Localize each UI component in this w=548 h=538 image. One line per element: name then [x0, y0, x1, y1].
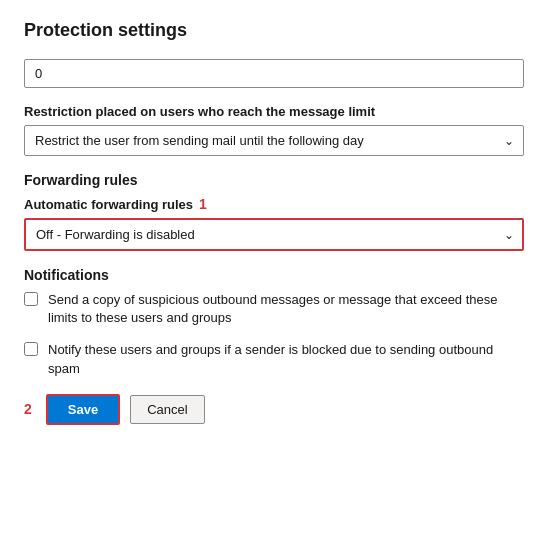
message-limit-input[interactable]	[24, 59, 524, 88]
restriction-select[interactable]: Restrict the user from sending mail unti…	[24, 125, 524, 156]
save-annotation: 2	[24, 401, 32, 417]
notification-checkbox-1-item: Send a copy of suspicious outbound messa…	[24, 291, 524, 327]
restriction-label: Restriction placed on users who reach th…	[24, 104, 524, 119]
forwarding-select[interactable]: Off - Forwarding is disabled On - Forwar…	[24, 218, 524, 251]
notification-checkbox-2[interactable]	[24, 342, 38, 356]
message-limit-group	[24, 59, 524, 88]
notification-checkbox-2-label: Notify these users and groups if a sende…	[48, 341, 524, 377]
button-row: 2 Save Cancel	[24, 394, 524, 425]
notifications-section: Notifications Send a copy of suspicious …	[24, 267, 524, 378]
forwarding-select-wrapper: Off - Forwarding is disabled On - Forwar…	[24, 218, 524, 251]
restriction-select-wrapper: Restrict the user from sending mail unti…	[24, 125, 524, 156]
notification-checkbox-1-label: Send a copy of suspicious outbound messa…	[48, 291, 524, 327]
forwarding-section-title: Forwarding rules	[24, 172, 524, 188]
save-button[interactable]: Save	[46, 394, 120, 425]
restriction-group: Restriction placed on users who reach th…	[24, 104, 524, 156]
notification-checkbox-2-item: Notify these users and groups if a sende…	[24, 341, 524, 377]
notifications-title: Notifications	[24, 267, 524, 283]
forwarding-section: Forwarding rules Automatic forwarding ru…	[24, 172, 524, 251]
forwarding-annotation: 1	[199, 196, 207, 212]
forwarding-sub-label: Automatic forwarding rules 1	[24, 196, 524, 212]
cancel-button[interactable]: Cancel	[130, 395, 204, 424]
notification-checkbox-1[interactable]	[24, 292, 38, 306]
page-title: Protection settings	[24, 20, 524, 41]
